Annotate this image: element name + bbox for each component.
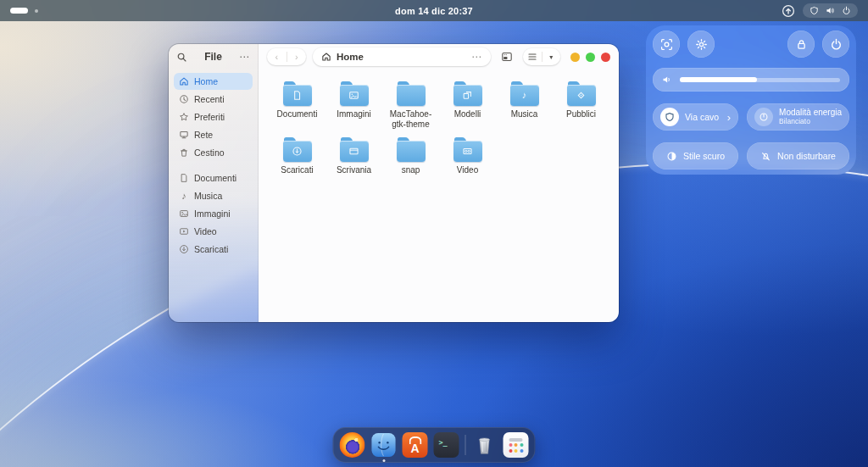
sidebar-item-starred[interactable]: Preferiti — [174, 108, 253, 125]
folder-name: Modelli — [439, 109, 496, 120]
minimize-button[interactable] — [570, 53, 580, 62]
sidebar-item-label: Rete — [194, 130, 213, 140]
volume-slider-fill — [680, 77, 757, 82]
tile-wired-network[interactable]: Via cavo › — [653, 103, 738, 131]
volume-icon — [826, 6, 835, 15]
folder-name: Video — [439, 165, 496, 175]
music-icon: ♪ — [179, 191, 189, 201]
folder-icon: ♪ — [510, 85, 539, 106]
download-emblem-icon — [283, 141, 312, 162]
maximize-button[interactable] — [586, 53, 595, 62]
folder-icon — [283, 85, 312, 106]
folder-name: Documenti — [269, 109, 326, 120]
tile-power-mode[interactable]: Modalità energia Bilanciato — [747, 103, 849, 131]
view-toggle: ▾ — [523, 48, 560, 65]
files-icon[interactable] — [371, 432, 397, 458]
sidebar-item-network[interactable]: Rete — [174, 126, 253, 143]
settings-button[interactable] — [687, 31, 715, 58]
view-options-dropdown[interactable]: ▾ — [542, 53, 561, 61]
settings-gear-icon — [695, 38, 708, 51]
folder-item-documenti[interactable]: Documenti — [269, 80, 326, 132]
folder-icon — [453, 141, 482, 162]
terminal-icon[interactable]: >_ — [434, 432, 459, 458]
forward-button[interactable]: › — [287, 53, 307, 62]
sidebar-item-music[interactable]: ♪ Musica — [174, 187, 253, 204]
images-icon — [179, 208, 189, 219]
image-emblem-icon — [340, 85, 369, 106]
folder-item-immagini[interactable]: Immagini — [326, 80, 382, 132]
power-profile-icon — [754, 108, 773, 126]
home-icon — [321, 52, 331, 62]
files-running-indicator — [383, 459, 386, 462]
folder-item-snap[interactable]: snap — [382, 136, 439, 188]
music-emblem-icon: ♪ — [510, 85, 539, 106]
volume-row — [653, 68, 849, 92]
sidebar-header: File ⋯ — [169, 44, 258, 69]
folder-icon — [397, 141, 426, 162]
sidebar-item-label: Video — [194, 226, 217, 236]
sidebar-item-label: Cestino — [194, 147, 225, 158]
sidebar-item-documents[interactable]: Documenti — [174, 170, 253, 186]
dock-separator — [465, 435, 466, 455]
sidebar-item-home[interactable]: Home — [174, 73, 253, 90]
clock[interactable]: dom 14 dic 20:37 — [0, 6, 868, 16]
close-button[interactable] — [601, 53, 610, 62]
downloads-icon — [179, 244, 189, 254]
quick-settings-panel: Via cavo › Modalità energia Bilanciato S… — [646, 25, 856, 175]
folder-name: Scrivania — [326, 165, 382, 175]
sidebar-item-pictures[interactable]: Immagini — [174, 205, 253, 222]
firefox-icon[interactable] — [340, 432, 365, 458]
trash-icon — [179, 147, 189, 158]
chevron-down-icon: ▾ — [549, 53, 553, 61]
sidebar-item-recent[interactable]: Recenti — [174, 91, 253, 108]
folder-item-scrivania[interactable]: Scrivania — [326, 136, 382, 188]
split-view-button[interactable] — [498, 48, 516, 65]
sidebar-item-label: Musica — [194, 191, 222, 201]
network-icon — [179, 130, 189, 140]
folder-item-musica[interactable]: ♪ Musica — [496, 80, 553, 132]
folder-item-video[interactable]: Video — [439, 136, 496, 188]
folder-item-scaricati[interactable]: Scaricati — [269, 136, 326, 188]
chevron-right-icon[interactable]: › — [727, 112, 731, 123]
power-button[interactable] — [822, 31, 849, 58]
folder-name: Scaricati — [269, 165, 326, 175]
path-menu-icon[interactable]: ⋯ — [471, 51, 482, 63]
sidebar-item-label: Documenti — [194, 173, 236, 183]
list-view-button[interactable] — [523, 52, 542, 62]
window-panel-icon — [501, 51, 513, 63]
lock-button[interactable] — [787, 31, 815, 58]
app-center-icon[interactable]: A — [403, 432, 428, 458]
sidebar-item-label: Scaricati — [194, 244, 228, 254]
volume-slider[interactable] — [680, 78, 840, 82]
sidebar-item-videos[interactable]: Video — [174, 223, 253, 240]
public-emblem-icon — [567, 85, 596, 106]
files-main-pane: ‹ › Home ⋯ ▾ — [259, 44, 619, 322]
back-button[interactable]: ‹ — [267, 53, 287, 62]
screenshot-button[interactable] — [653, 31, 680, 58]
search-icon[interactable] — [176, 52, 187, 63]
files-headerbar: ‹ › Home ⋯ ▾ — [259, 44, 619, 69]
folder-item-modelli[interactable]: Modelli — [439, 80, 496, 132]
lock-icon — [795, 38, 808, 51]
tile-label: Stile scuro — [683, 151, 725, 161]
folder-item-pubblici[interactable]: Pubblici — [553, 80, 609, 132]
folder-name: snap — [382, 165, 439, 175]
wired-network-icon — [660, 108, 679, 126]
folder-icon — [567, 85, 596, 106]
trash-icon[interactable] — [472, 432, 498, 458]
documents-icon — [179, 173, 189, 183]
folder-item-mactahoe[interactable]: MacTahoe-gtk-theme — [382, 80, 439, 132]
system-status-area[interactable] — [803, 3, 858, 18]
video-emblem-icon — [453, 141, 482, 162]
do-not-disturb-icon — [760, 151, 771, 162]
sidebar-item-trash[interactable]: Cestino — [174, 144, 253, 161]
tile-do-not-disturb[interactable]: Non disturbare — [747, 142, 849, 170]
app-grid-icon[interactable] — [504, 432, 529, 458]
sidebar-item-downloads[interactable]: Scaricati — [174, 241, 253, 258]
tile-dark-style[interactable]: Stile scuro — [653, 142, 738, 170]
update-indicator-icon[interactable] — [782, 4, 795, 18]
sidebar-menu-icon[interactable]: ⋯ — [239, 52, 250, 62]
folder-name: Immagini — [326, 109, 382, 120]
path-bar[interactable]: Home ⋯ — [313, 47, 491, 66]
app-grid-bar — [509, 438, 523, 442]
